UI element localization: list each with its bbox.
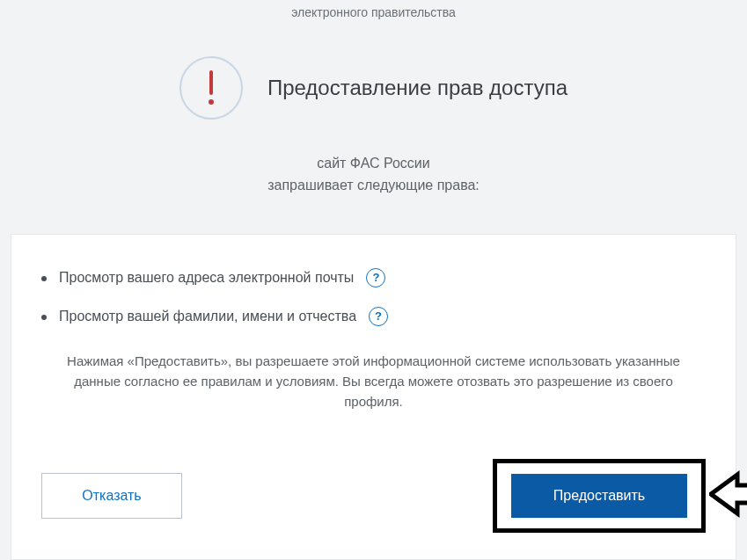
hero-row: Предоставление прав доступа — [0, 56, 747, 120]
permission-text: Просмотр вашего адреса электронной почты — [59, 270, 354, 286]
help-icon[interactable]: ? — [366, 268, 385, 287]
page-title: Предоставление прав доступа — [267, 76, 568, 100]
actions-row: Отказать Предоставить — [41, 459, 706, 533]
exclamation-icon — [179, 56, 243, 120]
permissions-card: Просмотр вашего адреса электронной почты… — [11, 234, 736, 560]
permission-item: Просмотр вашей фамилии, имени и отчества… — [59, 307, 706, 326]
primary-button-wrap: Предоставить — [493, 459, 706, 533]
highlight-box: Предоставить — [493, 459, 706, 533]
requesting-site-name: сайт ФАС России — [0, 153, 747, 175]
help-icon[interactable]: ? — [369, 307, 388, 326]
permission-text: Просмотр вашей фамилии, имени и отчества — [59, 309, 356, 324]
disclaimer-text: Нажимая «Предоставить», вы разрешаете эт… — [41, 351, 706, 412]
top-caption: электронного правительства — [0, 0, 747, 19]
decline-button[interactable]: Отказать — [41, 473, 182, 519]
arrow-left-icon — [709, 469, 747, 522]
svg-point-1 — [209, 99, 214, 105]
permissions-list: Просмотр вашего адреса электронной почты… — [41, 268, 706, 326]
svg-rect-0 — [209, 70, 213, 95]
permission-item: Просмотр вашего адреса электронной почты… — [59, 268, 706, 287]
subtitle-block: сайт ФАС России запрашивает следующие пр… — [0, 153, 747, 197]
requesting-caption: запрашивает следующие права: — [0, 175, 747, 197]
accept-button[interactable]: Предоставить — [511, 474, 687, 518]
